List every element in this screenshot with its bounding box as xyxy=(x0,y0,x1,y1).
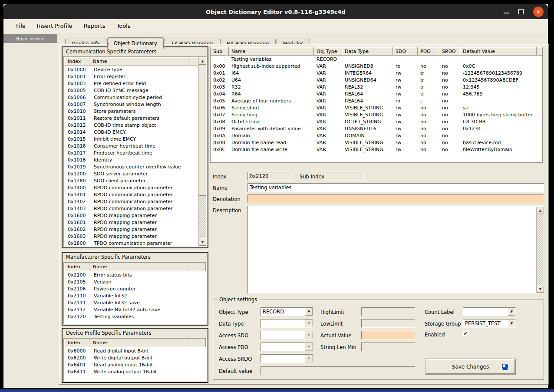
column-header-name[interactable]: Name xyxy=(89,339,188,347)
list-item[interactable]: 0x1017Producer heartbeat time xyxy=(64,149,198,156)
list-item[interactable]: 0x1015Inhibit time EMCY xyxy=(64,135,198,142)
table-row[interactable]: 0x09Parameter with default valueVARUNSIG… xyxy=(211,125,542,132)
table-row[interactable]: 0x07String longVARVISIBLE_STRINGrwnono10… xyxy=(211,111,542,118)
list-item[interactable]: 0x1010Store parameters xyxy=(64,108,198,115)
list-item[interactable]: 0x1006Communication cycle period xyxy=(64,94,198,101)
storage-group-select[interactable]: PERSIST_TEST ▼ xyxy=(463,319,516,328)
minimize-icon[interactable] xyxy=(504,9,509,14)
list-item[interactable]: 0x1400RPDO communication parameter xyxy=(64,184,198,191)
list-item[interactable]: 0x1012COB-ID time stamp object xyxy=(64,122,198,128)
column-header-empty xyxy=(188,263,206,271)
list-item[interactable]: 0x2110Variable Int32 xyxy=(64,292,206,299)
denotation-field[interactable] xyxy=(247,194,544,203)
table-row[interactable]: 0x06String shortVARVISIBLE_STRINGrwnonos… xyxy=(211,104,542,111)
enabled-checkbox[interactable]: ✔ xyxy=(463,331,468,336)
list-item[interactable]: 0x1005COB-ID SYNC message xyxy=(64,87,198,94)
column-header-default-value[interactable]: Default Value xyxy=(460,47,537,56)
chevron-down-icon[interactable]: ▼ xyxy=(305,308,313,316)
list-item[interactable]: 0x6200Write digital output 8-bit xyxy=(64,354,206,361)
table-row[interactable]: 0x02U64VARUNSIGNED64rwtrno0x1234567890AB… xyxy=(211,76,542,83)
list-item[interactable]: 0x1602RPDO mapping parameter xyxy=(64,226,198,233)
list-item[interactable]: 0x1403RPDO communication parameter xyxy=(64,205,198,212)
column-header-data-type[interactable]: Data Type xyxy=(342,47,393,56)
scroll-up-icon[interactable]: ▲ xyxy=(199,57,206,65)
table-row[interactable]: 0x03R32VARREAL32rwtrno12.345 xyxy=(211,83,542,90)
list-item[interactable]: 0x1601RPDO mapping parameter xyxy=(64,219,198,226)
list-item[interactable]: 0x2112Variable NV Int32 auto save xyxy=(64,306,206,313)
menu-reports[interactable]: Reports xyxy=(78,21,111,31)
low-limit-label: LowLimit xyxy=(320,321,343,327)
description-scrollbar[interactable]: ▲ ▼ xyxy=(536,207,544,293)
tab-object-dictionary[interactable]: Object Dictionary xyxy=(107,37,164,49)
list-item[interactable]: 0x6000Read digital input 8-bit xyxy=(64,347,206,354)
menu-tools[interactable]: Tools xyxy=(111,21,136,31)
menubar: File Insert Profile Reports Tools xyxy=(3,19,548,33)
column-header-index[interactable]: Index xyxy=(64,57,89,66)
table-row[interactable]: 0x00Highest sub-index supportedVARUNSIGN… xyxy=(211,63,542,69)
list-item[interactable]: 0x1007Synchronous window length xyxy=(64,101,198,108)
list-item[interactable]: 0x1603RPDO mapping parameter xyxy=(64,233,198,240)
actual-value-field[interactable] xyxy=(361,331,415,339)
description-field[interactable] xyxy=(248,206,536,293)
menu-file[interactable]: File xyxy=(10,21,31,31)
scroll-down-icon[interactable]: ▼ xyxy=(199,238,206,246)
list-item[interactable]: 0x1402RPDO communication parameter xyxy=(64,198,198,205)
column-header-name[interactable]: Name xyxy=(89,57,188,66)
list-item[interactable]: 0x2120Testing variables xyxy=(64,313,206,320)
list-item[interactable]: 0x1000Device type xyxy=(64,66,198,73)
column-header-pdo[interactable]: PDO xyxy=(418,47,439,56)
scroll-down-icon[interactable]: ▼ xyxy=(537,285,544,293)
sidebar-item-basic-device[interactable]: Basic device xyxy=(3,34,57,43)
list-item[interactable]: 0x2106Power-on counter xyxy=(64,285,206,292)
sub-index-field[interactable] xyxy=(325,172,365,181)
column-header-index[interactable]: Index xyxy=(64,339,89,347)
close-icon[interactable]: ✕ xyxy=(533,7,544,17)
save-changes-button[interactable]: Save Changes xyxy=(425,359,515,374)
table-row[interactable]: 0x05Average of four numbersVARREAL64rotn… xyxy=(211,97,542,104)
chevron-down-icon[interactable]: ▼ xyxy=(508,308,515,316)
table-row[interactable]: 0x01I64VARINTEGER64rwtrno-12345678901234… xyxy=(211,69,542,76)
scroll-up-icon[interactable]: ▲ xyxy=(537,207,544,214)
list-item[interactable]: 0x2111Variable Int32 save xyxy=(64,299,206,306)
table-row[interactable]: Testing variablesRECORD xyxy=(211,56,542,63)
chevron-down-icon[interactable]: ▼ xyxy=(508,320,515,327)
list-item[interactable]: 0x1001Error register xyxy=(64,73,198,80)
save-button-label: Save Changes xyxy=(452,364,489,370)
table-row[interactable]: 0x0ADomainVARDOMAINrwnono xyxy=(211,132,542,139)
count-label-select[interactable]: ▼ xyxy=(463,307,516,316)
column-header-srdo[interactable]: SRDO xyxy=(439,47,460,56)
column-header-obj-type[interactable]: Obj Type xyxy=(314,47,342,56)
column-header-name[interactable]: Name xyxy=(229,47,314,56)
list-item[interactable]: 0x1016Consumer heartbeat time xyxy=(64,142,198,149)
column-header-sub[interactable]: Sub xyxy=(211,47,229,56)
list-item[interactable]: 0x1280SDO client parameter xyxy=(64,177,198,184)
list-item[interactable]: 0x1018Identity xyxy=(64,156,198,163)
table-row[interactable]: 0x08Octet stringVAROCTET_STRINGrwnonoC8 … xyxy=(211,118,542,125)
communication-list-scrollbar[interactable]: ▲ ▼ xyxy=(198,57,206,246)
object-type-select[interactable]: RECORD ▼ xyxy=(261,307,313,316)
list-item[interactable]: 0x1014COB-ID EMCY xyxy=(64,128,198,135)
scrollbar-thumb[interactable] xyxy=(199,65,206,196)
name-field[interactable] xyxy=(247,183,544,192)
list-item[interactable]: 0x6411Write analog output 16-bit xyxy=(64,368,206,375)
column-header-sdo[interactable]: SDO xyxy=(393,47,418,56)
list-item[interactable]: 0x1019Synchronous counter overflow value xyxy=(64,163,198,170)
table-row[interactable]: 0x0BDomain file name readVARVISIBLE_STRI… xyxy=(211,139,542,146)
list-item[interactable]: 0x6401Read analog input 16-bit xyxy=(64,361,206,368)
manufacturer-parameters-title: Manufacturer Specific Parameters xyxy=(66,254,151,260)
table-row[interactable]: 0x04R64VARREAL64rwtrno456.789 xyxy=(211,90,542,97)
list-item[interactable]: 0x2105Version xyxy=(64,278,206,285)
list-item[interactable]: 0x1011Restore default parameters xyxy=(64,115,198,122)
list-item[interactable]: 0x2100Error status bits xyxy=(64,271,206,278)
list-item[interactable]: 0x1600RPDO mapping parameter xyxy=(64,212,198,219)
list-item[interactable]: 0x1003Pre-defined error field xyxy=(64,80,198,87)
index-field[interactable] xyxy=(247,172,291,181)
table-row[interactable]: 0x0CDomain file name writeVARVISIBLE_STR… xyxy=(211,146,542,153)
menu-insert-profile[interactable]: Insert Profile xyxy=(31,21,78,31)
list-item[interactable]: 0x1200SDO server parameter xyxy=(64,170,198,177)
list-item[interactable]: 0x1401RPDO communication parameter xyxy=(64,191,198,198)
column-header-name[interactable]: Name xyxy=(89,263,188,271)
maximize-icon[interactable] xyxy=(518,9,524,14)
list-item[interactable]: 0x1800TPDO communication parameter xyxy=(64,240,198,247)
column-header-index[interactable]: Index xyxy=(64,263,89,271)
